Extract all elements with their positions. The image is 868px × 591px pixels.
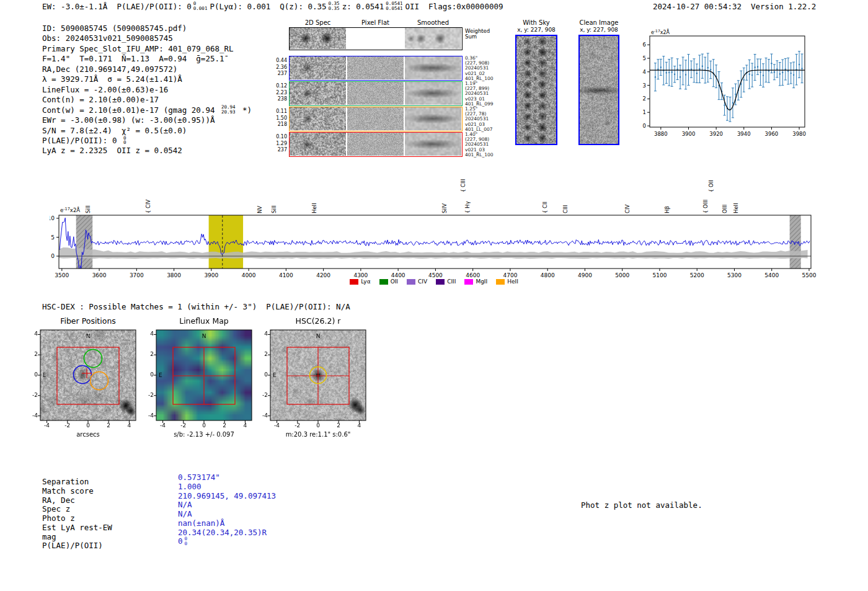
match-row-value: 210.969145, 49.097413 (178, 492, 276, 501)
y-tick-label: -2 (139, 392, 154, 398)
y-tick-label: 10 (50, 215, 55, 221)
x-tick-label: 3940 (737, 131, 751, 137)
spec2d-row (289, 107, 463, 131)
data-point (680, 76, 681, 78)
x-tick-label: -4 (157, 422, 169, 429)
spec2d-stat: 0.11 (271, 109, 287, 115)
legend-swatch (407, 279, 415, 285)
sub: 0.001 (193, 6, 208, 11)
north-label: N (316, 333, 321, 339)
tspan: -17 (654, 29, 660, 33)
info-cont-w: Cont(w) = 2.10(±0.01)e-17 (gmag 20.94 20… (42, 105, 252, 115)
match-table-labels: Separation Match score RA, Dec Spec z Ph… (42, 478, 112, 551)
east-label: E (273, 372, 277, 378)
y-tick-label: 0 (139, 371, 154, 378)
data-point (696, 73, 698, 74)
y-tick-label: 0 (23, 371, 38, 378)
data-point (787, 70, 789, 71)
spec2d-canvas (290, 107, 461, 130)
match-row-label: Match score (42, 487, 112, 496)
header-summary: EW: -3.0±-1.1Å P(LAE)/P(OII): 000.001P(L… (42, 2, 503, 11)
info-obs: Obs: 20240531v021_5090085745 (42, 33, 252, 43)
data-point (671, 71, 673, 73)
header-z: z: 0.0541 (342, 2, 384, 11)
spec2d-row-stats: 0.111.50218 (271, 109, 287, 128)
data-point (668, 72, 670, 73)
spec2d-row-id: 0.36"(227, 908)20240531v021_02401_RL_100 (465, 56, 498, 81)
flux-units-label: e-17x2Å (60, 207, 80, 213)
selected-line-band (209, 215, 243, 269)
match-row-value: N/A (178, 510, 276, 519)
y-tick-label: 4 (23, 331, 38, 337)
legend-item: Lyα (350, 278, 370, 285)
match-row-label: Separation (42, 478, 112, 487)
spec2d-row-id: 1.19"(227, 899)20240531v023_01401_RL_099 (465, 81, 498, 107)
match-row-label: Spec z (42, 505, 112, 514)
match-row-label: mag (42, 533, 112, 542)
plae-prefix: P(LAE)/P(OII): 0 (42, 136, 122, 146)
legend-item: HeII (496, 278, 518, 285)
match-row-value-plae: 000 (178, 537, 276, 546)
info-sn-chi2: S/N = 7.8(±2.4) χ² = 0.5(±0.0) (42, 126, 252, 136)
x-tick-label: 3900 (682, 131, 696, 137)
legend-swatch (464, 279, 473, 285)
x-tick-label: 0 (198, 422, 210, 429)
x-tick-label: 3980 (792, 131, 806, 137)
y-tick-label: -4 (253, 412, 268, 419)
data-point (676, 68, 678, 69)
info-seeing: F=1.4" T=0.1̄71 N̄=1.1̄3 A=0.94 ḡ=25.1̄ (42, 54, 252, 64)
data-point (757, 66, 758, 67)
emission-line-label: { OIII (702, 200, 709, 213)
with-sky-image (516, 36, 556, 144)
spec2d-col-title-smoothed: Smoothed (404, 19, 462, 26)
cutout-overlay: NE (33, 325, 144, 424)
x-tick-label: 4 (239, 422, 251, 429)
match-row-label: P(LAE)/P(OII) (42, 541, 112, 551)
spectrum-legend: LyαOIICIVCIIIMgIIHeII (298, 278, 570, 285)
plae-range: 00 (123, 136, 126, 145)
data-point (685, 74, 686, 75)
x-tick-label: -2 (177, 422, 190, 429)
x-tick-label: 5500 (802, 272, 817, 278)
spec2d-canvas (290, 133, 461, 156)
data-point (799, 64, 800, 65)
match-row-value: nan(±nan)Å (178, 519, 276, 528)
report-page: EW: -3.0±-1.1Å P(LAE)/P(OII): 000.001P(L… (0, 0, 868, 591)
spec2d-canvas (290, 82, 461, 105)
emission-line-label: SiII (271, 205, 277, 213)
spec2d-stat: 237 (271, 147, 287, 154)
legend-label: HeII (507, 278, 518, 285)
fit-data (650, 51, 805, 122)
spec2d-stat: 2.36 (271, 64, 287, 71)
data-point (749, 74, 750, 75)
spec2d-row-id: 1.40"(227, 908)20240531v021_03401_RL_100 (465, 132, 498, 158)
clean-image-panel (578, 35, 619, 145)
cutout-xlabel: arcsecs (22, 431, 154, 438)
spec2d-stat: 237 (271, 71, 287, 78)
cutout-lineflux-map: Lineflux Map NE s/b: -2.13 +/- 0.097 -4-… (138, 316, 270, 448)
x-tick-label: 2 (218, 422, 231, 429)
sub: 0 (123, 140, 126, 145)
y-tick-label: 1 (643, 109, 646, 115)
emission-line-label: SiIV (441, 203, 448, 213)
info-radec: RA,Dec (210.969147,49.097572) (42, 64, 252, 74)
legend-label: OII (391, 278, 398, 285)
data-point (674, 74, 675, 75)
y-tick-label: 4 (253, 331, 268, 337)
data-point (782, 72, 783, 73)
cutout-title: Fiber Positions (40, 316, 136, 326)
x-tick-label: 4600 (466, 272, 480, 278)
spec2d-col-title-2dspec: 2D Spec (289, 19, 347, 26)
spec2d-stat: 238 (271, 96, 287, 103)
data-point (785, 68, 786, 69)
header-flags: OII Flags:0x00000009 (405, 2, 503, 11)
data-point (776, 68, 777, 69)
legend-label: Lyα (361, 278, 370, 285)
info-primary-slot: Primary Spec_Slot_IFU_AMP: 401_079_068_R… (42, 44, 252, 54)
emission-line-label: { OII (708, 180, 714, 192)
contw-prefix: Cont(w) = 2.10(±0.01)e-17 (gmag 20.94 (42, 105, 219, 115)
spec2d-row (289, 132, 463, 157)
legend-label: MgII (476, 278, 487, 285)
x-tick-label: 5100 (653, 272, 667, 278)
emission-line-label: CIII (562, 205, 569, 213)
